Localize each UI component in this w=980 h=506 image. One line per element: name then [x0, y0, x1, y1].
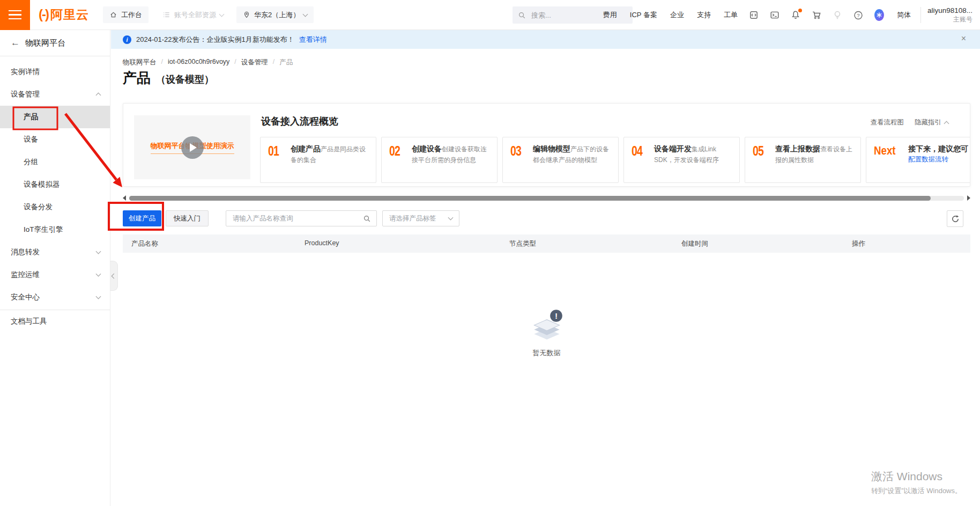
lightbulb-icon[interactable] — [833, 10, 842, 20]
guide-heading: 设备接入流程概览 — [261, 115, 338, 128]
search-icon — [518, 11, 526, 19]
empty-data-icon: ! — [528, 309, 566, 343]
create-product-button[interactable]: 创建产品 — [123, 210, 161, 226]
toolbar: 创建产品 快速入门 请选择产品标签 — [123, 210, 459, 226]
account-type: 主账号 — [927, 16, 972, 24]
topbar: (-) 阿里云 工作台 账号全部资源 华东2（上海） 费用 ICP 备案 企业 … — [0, 0, 980, 30]
windows-watermark: 激活 Windows 转到“设置”以激活 Windows。 — [871, 469, 962, 496]
step-card-3: 03 编辑物模型产品下的设备都会继承产品的物模型 — [502, 137, 619, 183]
page: (-) 阿里云 工作台 账号全部资源 华东2（上海） 费用 ICP 备案 企业 … — [0, 0, 980, 506]
chevron-down-icon — [96, 249, 101, 254]
guide-video-thumbnail[interactable]: 物联网平台物模型使用演示 — [134, 115, 250, 179]
play-icon[interactable] — [181, 136, 204, 159]
back-arrow-icon: ← — [11, 38, 20, 48]
aliyun-logo-mark: (-) — [39, 7, 48, 22]
nav-icp[interactable]: ICP 备案 — [630, 10, 657, 20]
chevron-left-icon — [112, 273, 117, 278]
guide-card: 物联网平台物模型使用演示 设备接入流程概览 查看流程图 隐藏指引 01 创建产品… — [123, 103, 970, 187]
sidebar-item-group[interactable]: 分组 — [0, 151, 110, 173]
quickstart-button[interactable]: 快速入门 — [166, 210, 209, 226]
col-create-time: 创建时间 — [681, 239, 708, 248]
nav-tickets[interactable]: 工单 — [724, 10, 738, 20]
breadcrumb-device-management[interactable]: 设备管理 — [241, 58, 268, 67]
step-card-1: 01 创建产品产品是同品类设备的集合 — [260, 137, 376, 183]
banner-details-link[interactable]: 查看详情 — [299, 35, 327, 45]
account-name: aliyun98108... — [927, 6, 972, 16]
breadcrumb-iot-platform[interactable]: 物联网平台 — [123, 58, 157, 67]
sidebar-item-message-forwarding[interactable]: 消息转发 — [0, 241, 110, 263]
step-card-next: Next 接下来，建议您可 配置数据流转 — [866, 137, 970, 183]
cloudshell-terminal-icon[interactable] — [770, 10, 779, 20]
location-icon — [243, 11, 250, 19]
chevron-down-icon — [448, 215, 454, 221]
breadcrumb-current: 产品 — [279, 58, 293, 67]
nav-enterprise[interactable]: 企业 — [670, 10, 684, 20]
menu-icon — [9, 10, 21, 12]
home-icon — [109, 11, 117, 19]
sidebar-item-security-center[interactable]: 安全中心 — [0, 286, 110, 309]
sidebar-collapse-handle[interactable] — [110, 261, 118, 291]
sidebar-item-device[interactable]: 设备 — [0, 128, 110, 151]
step-card-5: 05 查看上报数据查看设备上报的属性数据 — [745, 137, 861, 183]
scroll-left-icon[interactable] — [123, 195, 126, 201]
product-search — [226, 210, 377, 226]
sidebar-item-iot-twin-engine[interactable]: IoT孪生引擎 — [0, 218, 110, 241]
view-flowchart-link[interactable]: 查看流程图 — [871, 118, 904, 127]
scroll-right-icon[interactable] — [967, 195, 970, 201]
scrollbar-track[interactable] — [129, 196, 964, 201]
sidebar: ← 物联网平台 实例详情 设备管理 产品 设备 分组 设备模拟器 设备分发 Io… — [0, 30, 110, 506]
cart-icon[interactable] — [812, 10, 821, 20]
guide-steps: 01 创建产品产品是同品类设备的集合 02 创建设备创建设备获取连接平台所需的身… — [260, 137, 970, 183]
breadcrumb-instance[interactable]: iot-06z00c0h9r6voyy — [168, 58, 229, 67]
sidebar-item-monitoring-ops[interactable]: 监控运维 — [0, 263, 110, 286]
sidebar-item-instance-details[interactable]: 实例详情 — [0, 61, 110, 83]
aliyun-logo-text: 阿里云 — [50, 6, 89, 23]
guide-links: 查看流程图 隐藏指引 — [871, 118, 949, 127]
col-product-key: ProductKey — [305, 239, 339, 247]
chevron-up-icon — [96, 93, 101, 98]
col-node-type: 节点类型 — [509, 239, 536, 248]
sidebar-item-device-management[interactable]: 设备管理 — [0, 83, 110, 106]
configure-data-flow-link[interactable]: 配置数据流转 — [908, 156, 948, 163]
account-resources-select[interactable]: 账号全部资源 — [162, 10, 224, 20]
sidebar-item-product[interactable]: 产品 — [0, 106, 110, 128]
banner-text: 2024-01-22发布公告：企业版实例1月新功能发布！ — [136, 35, 294, 45]
chevron-up-icon — [944, 121, 949, 126]
nav-support[interactable]: 支持 — [697, 10, 711, 20]
menu-button[interactable] — [0, 0, 30, 30]
sidebar-title: 物联网平台 — [25, 38, 65, 48]
col-product-name: 产品名称 — [131, 239, 158, 248]
aliyun-logo[interactable]: (-) 阿里云 — [39, 6, 89, 23]
product-tag-select[interactable]: 请选择产品标签 — [382, 210, 459, 226]
notification-banner: i 2024-01-22发布公告：企业版实例1月新功能发布！ 查看详情 × — [111, 30, 980, 49]
sidebar-item-docs-tools[interactable]: 文档与工具 — [0, 310, 110, 333]
help-icon[interactable]: ? — [853, 10, 863, 20]
language-toggle[interactable]: 简体 — [897, 10, 911, 20]
region-select[interactable]: 华东2（上海） — [236, 6, 314, 23]
close-icon[interactable]: × — [961, 34, 966, 43]
sidebar-back-button[interactable]: ← 物联网平台 — [0, 30, 110, 56]
guide-horizontal-scrollbar — [123, 195, 970, 201]
search-icon[interactable] — [363, 215, 371, 223]
sidebar-item-device-simulator[interactable]: 设备模拟器 — [0, 173, 110, 196]
nav-billing[interactable]: 费用 — [603, 10, 617, 20]
sidebar-item-device-distribution[interactable]: 设备分发 — [0, 196, 110, 218]
scrollbar-thumb[interactable] — [129, 196, 931, 201]
col-actions: 操作 — [852, 239, 865, 248]
notification-dot — [798, 9, 802, 12]
api-icon[interactable] — [749, 10, 759, 20]
refresh-button[interactable] — [947, 210, 963, 227]
accessibility-icon[interactable] — [874, 10, 884, 20]
divider — [920, 7, 921, 23]
chevron-down-icon — [219, 11, 225, 17]
product-search-input[interactable] — [232, 214, 363, 223]
page-title: 产品 （设备模型） — [123, 69, 214, 87]
step-card-2: 02 创建设备创建设备获取连接平台所需的身份信息 — [381, 137, 498, 183]
account-menu[interactable]: aliyun98108... 主账号 — [927, 6, 972, 24]
product-table-header: 产品名称 ProductKey 节点类型 创建时间 操作 — [123, 234, 970, 253]
hide-guide-link[interactable]: 隐藏指引 — [915, 118, 948, 127]
empty-text: 暂无数据 — [533, 348, 561, 358]
workbench-button[interactable]: 工作台 — [103, 6, 149, 23]
notifications-bell-icon[interactable] — [791, 10, 800, 20]
main-content: i 2024-01-22发布公告：企业版实例1月新功能发布！ 查看详情 × 物联… — [111, 30, 980, 506]
